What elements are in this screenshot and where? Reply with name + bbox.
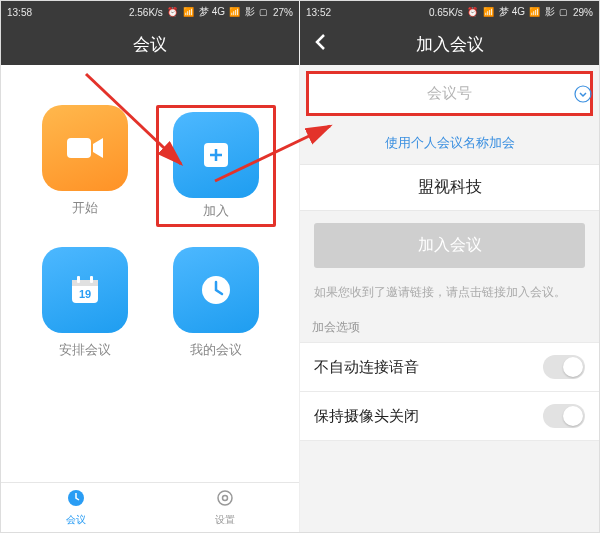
clock-icon bbox=[199, 273, 233, 307]
signal-icon-2: 📶 bbox=[229, 7, 241, 17]
signal-icon: 📶 bbox=[483, 7, 495, 17]
svg-point-10 bbox=[222, 495, 227, 500]
back-icon[interactable] bbox=[314, 33, 326, 56]
status-net: 梦 4G bbox=[199, 5, 225, 19]
nav-settings[interactable]: 设置 bbox=[150, 483, 299, 532]
svg-point-9 bbox=[218, 491, 232, 505]
svg-text:19: 19 bbox=[78, 288, 90, 300]
tile-schedule-label: 安排会议 bbox=[59, 341, 111, 359]
toggle-switch[interactable] bbox=[543, 355, 585, 379]
header-left: 会议 bbox=[1, 23, 299, 65]
page-title: 会议 bbox=[133, 33, 167, 56]
status-bar-right: 13:52 0.65K/s ⏰ 📶 梦 4G 📶 影 ▢ 29% bbox=[300, 1, 599, 23]
toggle-audio-label: 不自动连接语音 bbox=[314, 358, 419, 377]
tile-mine-label: 我的会议 bbox=[190, 341, 242, 359]
toggle-auto-audio[interactable]: 不自动连接语音 bbox=[300, 342, 599, 392]
toggle-camera-label: 保持摄像头关闭 bbox=[314, 407, 419, 426]
company-name[interactable]: 盟视科技 bbox=[300, 164, 599, 211]
header-right: 加入会议 bbox=[300, 23, 599, 65]
options-section-label: 加会选项 bbox=[300, 313, 599, 342]
clock-icon: ⏰ bbox=[167, 7, 179, 17]
svg-point-11 bbox=[575, 86, 591, 102]
status-speed-r: 0.65K/s bbox=[429, 7, 463, 18]
tile-start[interactable]: 开始 bbox=[25, 105, 145, 227]
join-meeting-button[interactable]: 加入会议 bbox=[314, 223, 585, 268]
svg-rect-3 bbox=[72, 280, 98, 286]
svg-rect-4 bbox=[77, 276, 80, 283]
toggle-keep-camera-off[interactable]: 保持摄像头关闭 bbox=[300, 392, 599, 441]
calendar-icon: 19 bbox=[68, 273, 102, 307]
tile-start-label: 开始 bbox=[72, 199, 98, 217]
input-placeholder: 会议号 bbox=[427, 84, 472, 103]
toggle-switch[interactable] bbox=[543, 404, 585, 428]
battery-icon: ▢ bbox=[259, 7, 269, 17]
battery-icon: ▢ bbox=[559, 7, 569, 17]
meeting-id-input[interactable]: 会议号 bbox=[306, 71, 593, 116]
page-title-r: 加入会议 bbox=[416, 33, 484, 56]
clock-icon: ⏰ bbox=[467, 7, 479, 17]
status-signal: 影 bbox=[245, 5, 255, 19]
bottom-nav: 会议 设置 bbox=[1, 482, 299, 532]
signal-icon: 📶 bbox=[183, 7, 195, 17]
signal-icon-2: 📶 bbox=[529, 7, 541, 17]
status-signal-r: 影 bbox=[545, 5, 555, 19]
gear-icon bbox=[216, 489, 234, 511]
invite-hint: 如果您收到了邀请链接，请点击链接加入会议。 bbox=[300, 280, 599, 313]
status-speed: 2.56K/s bbox=[129, 7, 163, 18]
svg-rect-0 bbox=[67, 138, 91, 158]
video-icon bbox=[65, 134, 105, 162]
status-battery-r: 29% bbox=[573, 7, 593, 18]
status-net-r: 梦 4G bbox=[499, 5, 525, 19]
nav-meeting-label: 会议 bbox=[66, 513, 86, 527]
tile-join[interactable]: 加入 bbox=[156, 105, 276, 227]
svg-rect-5 bbox=[90, 276, 93, 283]
status-time: 13:58 bbox=[7, 7, 32, 18]
nav-settings-label: 设置 bbox=[215, 513, 235, 527]
nav-meeting[interactable]: 会议 bbox=[1, 483, 150, 532]
clock-nav-icon bbox=[67, 489, 85, 511]
status-bar-left: 13:58 2.56K/s ⏰ 📶 梦 4G 📶 影 ▢ 27% bbox=[1, 1, 299, 23]
chevron-down-icon[interactable] bbox=[574, 85, 592, 103]
status-battery: 27% bbox=[273, 7, 293, 18]
personal-meeting-link[interactable]: 使用个人会议名称加会 bbox=[300, 122, 599, 164]
plus-icon bbox=[201, 140, 231, 170]
tile-schedule[interactable]: 19 安排会议 bbox=[25, 247, 145, 359]
tile-mine[interactable]: 我的会议 bbox=[156, 247, 276, 359]
status-time-r: 13:52 bbox=[306, 7, 331, 18]
tile-join-label: 加入 bbox=[203, 202, 229, 220]
